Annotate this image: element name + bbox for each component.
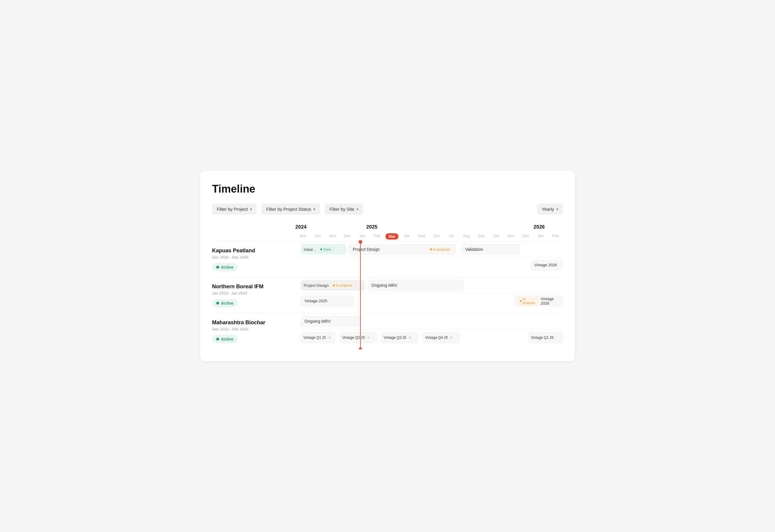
- year-label-2025: 2025: [366, 224, 378, 230]
- filter-project-button[interactable]: Filter by Project ▾: [212, 204, 257, 215]
- month-may: May: [414, 234, 429, 239]
- status-badge-kapuas: Active: [212, 263, 238, 271]
- project-info-maharashtra: Maharashtra Biochar Dec 2022 - Dec 2032 …: [212, 314, 295, 349]
- month-sep1: Sep: [295, 234, 310, 239]
- dot-inprogress-kapuas: [430, 248, 432, 250]
- time-indicator-bottom-section: [360, 314, 361, 349]
- project-name-kapuas: Kapuas Peatland: [212, 248, 290, 254]
- month-dec1: Dec: [340, 234, 355, 239]
- month-nov2: Nov: [504, 234, 518, 239]
- filters-bar: Filter by Project ▾ Filter by Project St…: [212, 204, 563, 215]
- month-headers: Sep Oct Nov Dec Jan Feb Mar Apr May Jun …: [295, 234, 563, 239]
- month-feb2: Feb: [548, 234, 563, 239]
- project-date-northern: Jan 2023 - Jan 2042: [212, 291, 290, 295]
- month-mar-current: Mar: [384, 234, 400, 239]
- dot-done: [320, 248, 322, 250]
- chevron-down-icon: ▾: [313, 207, 315, 211]
- month-apr: Apr: [400, 234, 414, 239]
- time-indicator-bottom: [358, 347, 362, 349]
- bar-vintage-q2-25[interactable]: Vintage Q2 25: [339, 332, 377, 343]
- kapuas-row-2: Vintage 2026: [295, 257, 563, 273]
- time-indicator-middle: [360, 278, 361, 313]
- status-dot-maharashtra: [216, 338, 219, 341]
- bar-ongoing-mrv-maharashtra[interactable]: Ongoing MRV: [301, 316, 359, 327]
- bar-vintage-2026-northern[interactable]: In progress Vintage 2026: [515, 296, 563, 306]
- month-jan: Jan: [355, 234, 369, 239]
- year-label-2026: 2026: [534, 224, 545, 230]
- month-sep2: Sep: [474, 234, 489, 239]
- pill-inprogress-kapuas: In progress: [428, 247, 452, 252]
- month-aug: Aug: [459, 234, 474, 239]
- month-jun: Jun: [429, 234, 444, 239]
- timeline-grid: Kapuas Peatland Dec 2024 - Dec 2054 Acti…: [212, 241, 563, 349]
- month-oct1: Oct: [310, 234, 325, 239]
- month-dec2: Dec: [518, 234, 533, 239]
- bar-initial-done[interactable]: Initial... Done: [301, 244, 346, 255]
- bar-vintage-q4-25[interactable]: Vintage Q4 25: [423, 332, 460, 343]
- month-nov1: Nov: [325, 234, 340, 239]
- chevron-down-icon: ▾: [557, 207, 558, 211]
- project-name-northern: Northern Boreal IFM: [212, 284, 290, 290]
- month-jul: Jul: [444, 234, 459, 239]
- filter-yearly-button[interactable]: Yearly ▾: [537, 204, 563, 215]
- project-info-kapuas: Kapuas Peatland Dec 2024 - Dec 2054 Acti…: [212, 242, 295, 277]
- year-label-2024: 2024: [295, 224, 306, 230]
- timeline-card: Timeline Filter by Project ▾ Filter by P…: [200, 171, 575, 361]
- toggle-q4[interactable]: [449, 336, 454, 339]
- month-oct2: Oct: [489, 234, 504, 239]
- chevron-down-icon: ▾: [356, 207, 358, 211]
- bar-vintage-q1-26[interactable]: Vintage Q1 26: [528, 332, 563, 343]
- status-badge-maharashtra: Active: [212, 335, 238, 343]
- bar-project-design-northern[interactable]: Project Design In progress: [301, 280, 365, 291]
- status-dot-northern: [216, 302, 219, 305]
- project-date-kapuas: Dec 2024 - Dec 2054: [212, 255, 290, 259]
- bar-ongoing-mrv-northern[interactable]: Ongoing MRV: [367, 280, 464, 291]
- status-badge-northern: Active: [212, 299, 238, 307]
- northern-row-2: Vintage 2025 In progress Vintage 2026: [295, 293, 563, 309]
- maharashtra-row-1: Ongoing MRV: [295, 314, 563, 329]
- bar-vintage-q3-25[interactable]: Vintage Q3 25: [381, 332, 419, 343]
- toggle-q3[interactable]: [408, 336, 412, 339]
- month-feb1: Feb: [369, 234, 384, 239]
- maharashtra-row-2: Vintage Q1 25 Vintage Q2 25: [295, 329, 563, 346]
- bar-project-design-kapuas[interactable]: Project Design In progress: [349, 244, 456, 255]
- pill-inprogress-vintage2026: In progress: [518, 297, 539, 305]
- chevron-down-icon: ▾: [250, 207, 252, 211]
- filter-site-button[interactable]: Filter by Site ▾: [325, 204, 363, 215]
- northern-row-1: Project Design In progress Ongoing MRV: [295, 278, 563, 293]
- project-date-maharashtra: Dec 2022 - Dec 2032: [212, 327, 290, 331]
- project-name-maharashtra: Maharashtra Biochar: [212, 319, 290, 326]
- bar-vintage-q1-25[interactable]: Vintage Q1 25: [301, 332, 335, 343]
- filter-status-button[interactable]: Filter by Project Status ▾: [261, 204, 320, 215]
- bar-validation-kapuas[interactable]: Validation: [461, 244, 520, 255]
- toggle-q2[interactable]: [366, 336, 370, 339]
- bar-vintage-2025-northern[interactable]: Vintage 2025: [301, 296, 354, 306]
- kapuas-row-1: Initial... Done Project Design In progre…: [295, 242, 563, 257]
- page-title: Timeline: [212, 183, 563, 195]
- pill-inprogress-northern: In progress: [331, 283, 355, 288]
- project-info-northern: Northern Boreal IFM Jan 2023 - Jan 2042 …: [212, 278, 295, 313]
- toggle-q1[interactable]: [327, 336, 332, 339]
- timeline-wrapper: 2024 2025 2026 Sep Oct Nov Dec Jan Feb M…: [212, 224, 563, 349]
- time-indicator-top: [358, 240, 362, 244]
- month-jan2: Jan: [533, 234, 548, 239]
- status-dot-kapuas: [216, 266, 219, 269]
- time-indicator-line: [360, 242, 361, 277]
- pill-done: Done: [317, 247, 334, 252]
- bar-vintage-2026-kapuas[interactable]: Vintage 2026: [531, 260, 563, 270]
